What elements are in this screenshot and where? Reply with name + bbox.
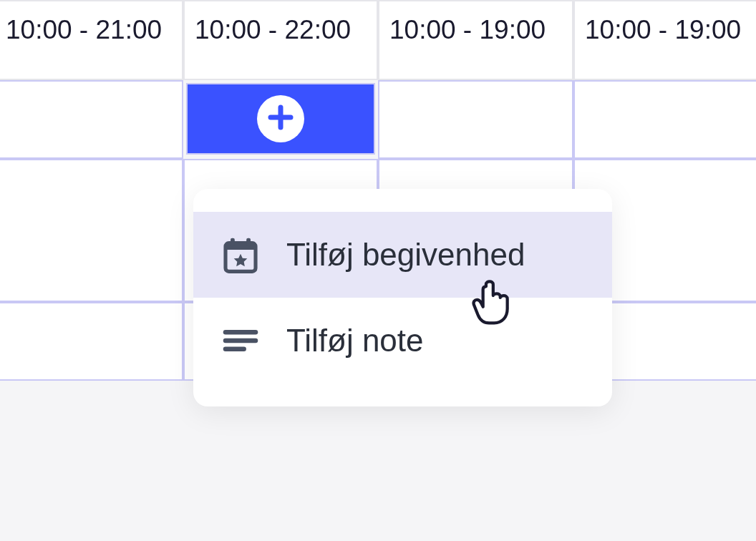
time-header-cell: 10:00 - 22:00 xyxy=(183,0,378,80)
svg-rect-5 xyxy=(246,238,251,247)
calendar-cell[interactable] xyxy=(0,159,183,302)
time-header-cell: 10:00 - 21:00 xyxy=(0,0,183,80)
calendar-cell[interactable] xyxy=(0,302,183,381)
calendar-cell[interactable] xyxy=(378,80,573,159)
time-header-cell: 10:00 - 19:00 xyxy=(378,0,573,80)
calendar-cell-active[interactable] xyxy=(186,83,375,155)
plus-icon xyxy=(266,102,296,135)
menu-item-add-event[interactable]: Tilføj begivenhed xyxy=(193,212,612,298)
add-button[interactable] xyxy=(257,95,304,142)
svg-rect-3 xyxy=(226,243,256,250)
menu-item-add-note[interactable]: Tilføj note xyxy=(193,298,612,384)
context-menu: Tilføj begivenhed Tilføj note xyxy=(193,189,612,406)
calendar-star-icon xyxy=(220,235,261,275)
time-header-cell: 10:00 - 19:00 xyxy=(573,0,756,80)
notes-icon xyxy=(220,321,261,361)
menu-item-label: Tilføj note xyxy=(286,323,424,359)
menu-item-label: Tilføj begivenhed xyxy=(286,237,525,273)
calendar-cell[interactable] xyxy=(573,80,756,159)
svg-rect-4 xyxy=(231,238,235,247)
calendar-cell[interactable] xyxy=(0,80,183,159)
